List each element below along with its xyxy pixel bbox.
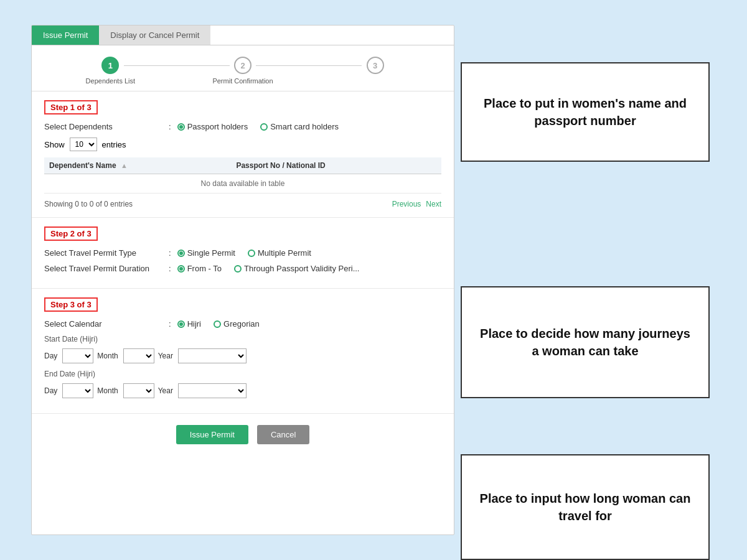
step3-heading: Step 3 of 3 (44, 297, 98, 312)
step2-fromto-radio[interactable] (177, 265, 185, 273)
step2-colon2: : (169, 264, 171, 273)
step3-start-year-select[interactable] (178, 348, 247, 363)
step3-end-month-label: Month (97, 386, 118, 395)
step3-hijri-option[interactable]: Hijri (177, 319, 201, 329)
action-bar: Issue Permit Cancel (32, 414, 454, 455)
step2-single-label: Single Permit (187, 248, 235, 258)
step3-start-year-label: Year (158, 352, 173, 360)
step1-passport-radio[interactable] (177, 123, 185, 131)
step1-footer-text: Showing 0 to 0 of 0 entries (44, 200, 133, 208)
steps-progress: 1 Dependents List 2 Permit Confirmation … (32, 45, 454, 91)
step2-permit-type-label: Select Travel Permit Type (44, 248, 169, 258)
step2-multiple-label: Multiple Permit (258, 248, 311, 258)
step2-duration-group: From - To Through Passport Validity Peri… (177, 264, 360, 273)
step3-start-date-row: Day Month Year (44, 348, 441, 363)
step1-smartcard-label: Smart card holders (270, 122, 339, 131)
step2-fromto-option[interactable]: From - To (177, 264, 222, 273)
step1-show-select[interactable]: 10 25 50 (70, 138, 97, 151)
step2-passport-validity-label: Through Passport Validity Peri... (244, 264, 359, 273)
step3-start-date-label: Start Date (Hijri) (44, 335, 441, 343)
step3-end-date-label: End Date (Hijri) (44, 370, 441, 378)
step-label-1: Dependents List (86, 77, 136, 85)
step2-fromto-label: From - To (187, 264, 222, 273)
step-item-3: 3 (309, 57, 441, 77)
step2-heading: Step 2 of 3 (44, 226, 98, 241)
step3-end-day-label: Day (44, 386, 57, 395)
step3-start-month-select[interactable] (123, 348, 154, 363)
step2-colon1: : (169, 248, 171, 258)
step1-smartcard-radio[interactable] (260, 123, 268, 131)
table-empty-message: No data available in table (44, 174, 441, 194)
step3-end-day-select[interactable] (62, 383, 93, 398)
step1-dependents-row: Select Dependents : Passport holders Sma… (44, 122, 441, 131)
step3-gregorian-option[interactable]: Gregorian (214, 319, 260, 329)
step3-section: Step 3 of 3 Select Calendar : Hijri Greg… (32, 289, 454, 414)
step-label-2: Permit Confirmation (212, 77, 273, 85)
issue-permit-button[interactable]: Issue Permit (176, 425, 248, 444)
step3-start-day-select[interactable] (62, 348, 93, 363)
step1-table-nav: Previous Next (392, 200, 441, 208)
step1-smartcard-option[interactable]: Smart card holders (260, 122, 339, 131)
step3-end-year-label: Year (158, 386, 173, 395)
step3-end-date-row: Day Month Year (44, 383, 441, 398)
main-panel: Issue Permit Display or Cancel Permit 1 … (31, 25, 454, 535)
step1-entries-label: entries (102, 140, 126, 149)
step3-end-month-select[interactable] (123, 383, 154, 398)
step2-passport-validity-option[interactable]: Through Passport Validity Peri... (234, 264, 359, 273)
table-header-name: Dependent's Name ▲ (44, 157, 231, 174)
step3-calendar-label: Select Calendar (44, 319, 169, 329)
step1-colon: : (169, 122, 171, 131)
step2-duration-label: Select Travel Permit Duration (44, 264, 169, 273)
step3-start-day-label: Day (44, 352, 57, 360)
step2-single-option[interactable]: Single Permit (177, 248, 235, 258)
annotations-panel: Place to put in women's name and passpor… (461, 25, 710, 560)
step3-start-month-label: Month (97, 352, 118, 360)
step2-section: Step 2 of 3 Select Travel Permit Type : … (32, 218, 454, 289)
table-header-passport: Passport No / National ID (231, 157, 441, 174)
step2-duration-row: Select Travel Permit Duration : From - T… (44, 264, 441, 273)
step1-next-btn[interactable]: Next (426, 200, 441, 208)
step3-gregorian-radio[interactable] (214, 320, 221, 328)
annotation-box-2: Place to decide how many journeys a woma… (461, 286, 710, 398)
step1-passport-option[interactable]: Passport holders (177, 122, 248, 131)
tab-issue-permit[interactable]: Issue Permit (32, 26, 99, 45)
step3-calendar-row: Select Calendar : Hijri Gregorian (44, 319, 441, 329)
step-circle-1: 1 (101, 57, 119, 74)
tab-bar: Issue Permit Display or Cancel Permit (32, 26, 454, 45)
step1-heading: Step 1 of 3 (44, 100, 98, 114)
step1-prev-btn[interactable]: Previous (392, 200, 421, 208)
step3-hijri-radio[interactable] (177, 320, 185, 328)
annotation-box-3: Place to input how long woman can travel… (461, 454, 710, 560)
cancel-button[interactable]: Cancel (257, 425, 309, 444)
annotation-box-1: Place to put in women's name and passpor… (461, 62, 710, 162)
step3-calendar-group: Hijri Gregorian (177, 319, 260, 329)
step2-permit-type-group: Single Permit Multiple Permit (177, 248, 311, 258)
step-item-2: 2 Permit Confirmation (177, 57, 309, 85)
step2-multiple-radio[interactable] (248, 250, 255, 257)
step-circle-2: 2 (234, 57, 251, 74)
step3-hijri-label: Hijri (187, 319, 201, 329)
step1-section: Step 1 of 3 Select Dependents : Passport… (32, 91, 454, 218)
step1-show-label: Show (44, 140, 65, 149)
step1-table-footer: Showing 0 to 0 of 0 entries Previous Nex… (44, 197, 441, 208)
step1-table: Dependent's Name ▲ Passport No / Nationa… (44, 157, 441, 194)
step2-passport-validity-radio[interactable] (234, 265, 242, 273)
step3-gregorian-label: Gregorian (223, 319, 260, 329)
step1-show-entries: Show 10 25 50 entries (44, 138, 441, 151)
sort-arrow-name: ▲ (121, 162, 128, 169)
step3-end-year-select[interactable] (178, 383, 247, 398)
step2-single-radio[interactable] (177, 250, 185, 257)
step1-dependents-label: Select Dependents (44, 122, 169, 131)
step1-radio-group: Passport holders Smart card holders (177, 122, 339, 131)
step2-multiple-option[interactable]: Multiple Permit (248, 248, 311, 258)
step1-passport-label: Passport holders (187, 122, 248, 131)
step2-permit-type-row: Select Travel Permit Type : Single Permi… (44, 248, 441, 258)
tab-display-cancel[interactable]: Display or Cancel Permit (99, 26, 210, 45)
table-row-empty: No data available in table (44, 174, 441, 194)
step-item-1: 1 Dependents List (44, 57, 177, 85)
step3-colon: : (169, 319, 171, 329)
step-circle-3: 3 (367, 57, 384, 74)
